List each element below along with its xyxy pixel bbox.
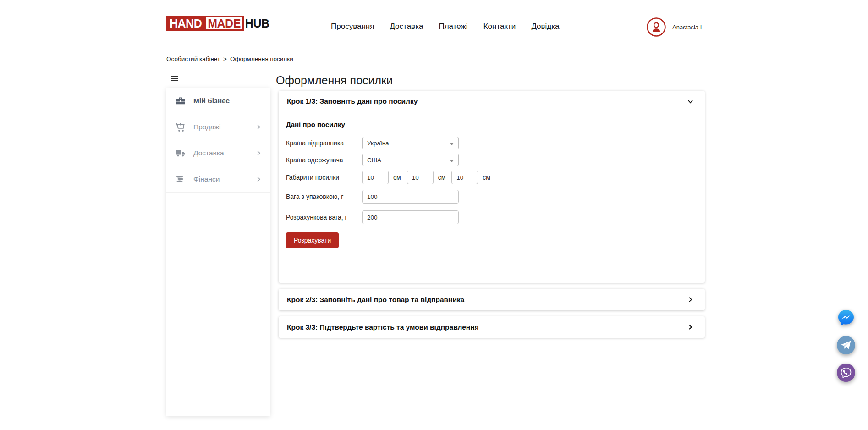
- step-3-title: Крок 3/3: Підтвердьте вартість та умови …: [287, 323, 479, 331]
- cart-icon: [175, 121, 186, 132]
- step-2-title: Крок 2/3: Заповніть дані про товар та ві…: [287, 296, 464, 304]
- recipient-country-label: Країна одержувача: [286, 156, 362, 164]
- parcel-data-heading: Дані про посилку: [286, 121, 697, 128]
- step-1-header[interactable]: Крок 1/3: Заповніть дані про посилку: [279, 91, 705, 112]
- breadcrumb-cabinet[interactable]: Особистий кабінет: [166, 55, 220, 62]
- recipient-country-select[interactable]: США: [362, 154, 459, 166]
- calculated-weight-label: Розрахункова вага, г: [286, 214, 362, 221]
- calculated-weight-row: Розрахункова вага, г: [286, 210, 697, 224]
- sender-country-row: Країна відправника Україна: [286, 137, 697, 149]
- dimensions-label: Габарити посилки: [286, 174, 362, 181]
- nav-item-help[interactable]: Довідка: [531, 22, 559, 31]
- nav-item-contacts[interactable]: Контакти: [483, 22, 516, 31]
- user-avatar-icon[interactable]: [646, 17, 666, 37]
- sender-country-select[interactable]: Україна: [362, 137, 459, 149]
- chevron-right-icon: [255, 176, 262, 182]
- viber-icon[interactable]: [837, 364, 855, 382]
- sender-country-value: Україна: [367, 140, 389, 147]
- chevron-right-icon: [687, 324, 694, 331]
- dimension-length-input[interactable]: [362, 171, 389, 184]
- calculated-weight-input[interactable]: [362, 210, 459, 224]
- nav-item-payments[interactable]: Платежі: [439, 22, 467, 31]
- page: HAND MADE HUB Просування Доставка Платеж…: [0, 0, 868, 430]
- nav-item-delivery[interactable]: Доставка: [390, 22, 423, 31]
- user-account[interactable]: Anastasia I: [646, 17, 702, 37]
- dimension-height-input[interactable]: [451, 171, 478, 184]
- packed-weight-label: Вага з упаковкою, г: [286, 193, 362, 200]
- dropdown-arrow-icon: [450, 143, 454, 145]
- packed-weight-row: Вага з упаковкою, г: [286, 190, 697, 204]
- recipient-country-value: США: [367, 157, 381, 164]
- sidebar-item-sales[interactable]: Продажі: [166, 114, 270, 140]
- sidebar-item-my-business[interactable]: Мій бізнес: [166, 88, 270, 114]
- chevron-right-icon: [687, 296, 694, 303]
- step-3-header[interactable]: Крок 3/3: Підтвердьте вартість та умови …: [279, 316, 705, 338]
- recipient-country-row: Країна одержувача США: [286, 154, 697, 166]
- social-float-buttons: [837, 309, 855, 382]
- breadcrumb-separator: >: [223, 55, 227, 62]
- truck-icon: [175, 148, 186, 159]
- logo-hub: HUB: [244, 16, 269, 31]
- messenger-icon[interactable]: [837, 309, 855, 327]
- breadcrumb: Особистий кабінет > Оформлення посилки: [166, 55, 293, 62]
- packed-weight-input[interactable]: [362, 190, 459, 204]
- sidebar-item-finances[interactable]: Фінанси: [166, 166, 270, 193]
- step-2-card: Крок 2/3: Заповніть дані про товар та ві…: [279, 289, 705, 310]
- unit-cm-label: см: [438, 174, 446, 181]
- dimension-width-input[interactable]: [407, 171, 434, 184]
- dimensions-row: Габарити посилки см см см: [286, 171, 697, 184]
- chevron-right-icon: [255, 150, 262, 156]
- handmade-hub-logo[interactable]: HAND MADE HUB: [166, 16, 269, 31]
- logo-made: MADE: [204, 16, 244, 31]
- sidebar-item-label: Мій бізнес: [193, 97, 262, 105]
- sidebar: Мій бізнес Продажі: [166, 88, 270, 416]
- sidebar-toggle-hamburger-icon[interactable]: [171, 76, 179, 83]
- coins-icon: [175, 174, 186, 185]
- calculate-button[interactable]: Розрахувати: [286, 232, 339, 248]
- step-1-title: Крок 1/3: Заповніть дані про посилку: [287, 97, 418, 105]
- unit-cm-label: см: [393, 174, 401, 181]
- sidebar-item-label: Продажі: [193, 123, 255, 131]
- step-2-header[interactable]: Крок 2/3: Заповніть дані про товар та ві…: [279, 289, 705, 310]
- telegram-icon[interactable]: [837, 336, 855, 354]
- logo-hand: HAND: [166, 16, 204, 31]
- briefcase-icon: [175, 95, 186, 106]
- chevron-down-icon: [687, 98, 694, 105]
- step-1-body: Дані про посилку Країна відправника Укра…: [279, 112, 705, 248]
- sender-country-label: Країна відправника: [286, 139, 362, 147]
- unit-cm-label: см: [483, 174, 490, 181]
- breadcrumb-current: Оформлення посилки: [230, 55, 293, 62]
- sidebar-item-delivery[interactable]: Доставка: [166, 140, 270, 166]
- step-1-card: Крок 1/3: Заповніть дані про посилку Дан…: [279, 91, 705, 283]
- dropdown-arrow-icon: [450, 160, 454, 162]
- main-nav: Просування Доставка Платежі Контакти Дов…: [331, 22, 560, 31]
- user-name: Anastasia I: [672, 24, 702, 31]
- nav-item-promotion[interactable]: Просування: [331, 22, 374, 31]
- step-3-card: Крок 3/3: Підтвердьте вартість та умови …: [279, 316, 705, 338]
- page-title: Оформлення посилки: [276, 74, 393, 87]
- sidebar-item-label: Фінанси: [193, 175, 255, 183]
- chevron-right-icon: [255, 124, 262, 130]
- sidebar-item-label: Доставка: [193, 149, 255, 157]
